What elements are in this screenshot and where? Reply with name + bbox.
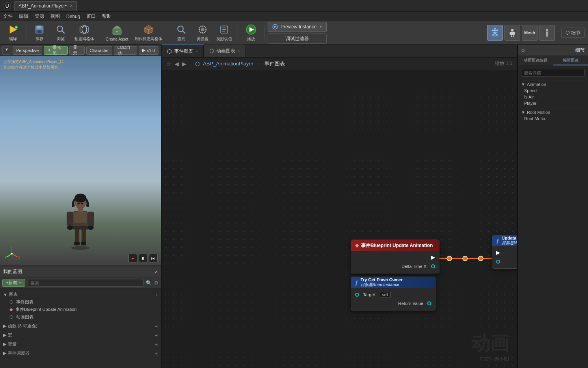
- svg-point-65: [67, 225, 73, 230]
- bp-section-variables-header[interactable]: ▶ 变量 +: [3, 340, 158, 348]
- blueprint-update-icon: ◆: [9, 307, 13, 312]
- preview-mesh-button[interactable]: 预览网格体: [72, 22, 97, 43]
- main-tab[interactable]: ABP_AnimationPlayer• ×: [14, 1, 77, 11]
- make-static-mesh-button[interactable]: 制作静态网格体: [132, 22, 165, 43]
- toolbar-sep-4: [238, 25, 238, 41]
- lighting-icon: ☀: [47, 48, 51, 53]
- tab-event-graph[interactable]: ⬡ 事件图表 ×: [162, 45, 204, 57]
- rp-item-is-air[interactable]: Is Air: [521, 94, 585, 100]
- get-pawn-target-row: Target self: [351, 290, 435, 299]
- bp-section-functions-header[interactable]: ▶ 函数 (3 可重叠) +: [3, 322, 158, 330]
- update-target-in-pin[interactable]: [496, 260, 500, 264]
- menu-file[interactable]: 文件: [3, 13, 13, 20]
- menu-bar: 文件 编辑 资源 视图 Debug 窗口 帮助: [0, 12, 588, 21]
- event-exec-out-pin[interactable]: [431, 256, 435, 260]
- bp-item-anim-graph[interactable]: ⬡ 动画图表: [3, 313, 158, 321]
- mesh-view-button[interactable]: Mesh: [522, 25, 538, 41]
- preview-mesh-icon: [78, 24, 90, 35]
- update-exec-in-pin[interactable]: [496, 251, 500, 255]
- bp-item-event-blueprint-update[interactable]: ◆ 事件Blueprint Update Animation: [3, 306, 158, 313]
- breadcrumb-forward[interactable]: ▶: [182, 61, 186, 67]
- menu-assets[interactable]: 资源: [35, 13, 44, 20]
- event-node-header: ◆ 事件Blueprint Update Animation: [351, 240, 439, 251]
- bp-add-new-button[interactable]: +新增 ▼: [2, 279, 25, 287]
- rp-search-input[interactable]: [521, 69, 585, 77]
- breadcrumb-zoom: 缩放 1:1: [495, 60, 512, 67]
- debug-filter-button[interactable]: 调试过滤器: [268, 33, 327, 44]
- create-asset-button[interactable]: + Create Asset: [103, 22, 131, 43]
- browse-button[interactable]: 浏览: [51, 22, 71, 43]
- skeleton-view-button[interactable]: [487, 25, 503, 41]
- preview-instance-button[interactable]: Preview Instance ▼: [268, 22, 327, 32]
- rp-tab-edit-preview[interactable]: 编辑预览: [553, 56, 588, 65]
- breadcrumb-star[interactable]: ☆: [166, 61, 171, 67]
- update-node-body: Target self: [492, 246, 517, 268]
- lighting-button[interactable]: ☀ 带光照: [44, 46, 68, 55]
- get-pawn-return-pin[interactable]: [427, 301, 431, 305]
- bp-section-graph-header[interactable]: ▼ 图表 +: [3, 291, 158, 298]
- graph-breadcrumb: ☆ ◀ ▶ ⬡ ABP_AnimationPlayer › 事件图表 缩放 1:…: [162, 58, 517, 70]
- event-graph-tab-close[interactable]: ×: [195, 49, 198, 54]
- anim-graph-tab-close[interactable]: ×: [238, 49, 240, 53]
- record-button[interactable]: ●: [128, 254, 137, 262]
- svg-line-21: [182, 31, 185, 33]
- tab-anim-graph[interactable]: ⬡ 动画图表 ×: [204, 45, 246, 57]
- pause-button[interactable]: ⏸: [139, 254, 147, 262]
- get-pawn-target-pin[interactable]: [355, 293, 359, 297]
- display-button[interactable]: 显示: [69, 46, 84, 55]
- save-button[interactable]: 保存: [30, 22, 49, 43]
- class-settings-button[interactable]: 类设置: [193, 22, 212, 43]
- bp-section-graph-add[interactable]: +: [155, 292, 158, 297]
- character-view-button[interactable]: [504, 25, 520, 41]
- find-button[interactable]: 查找: [171, 22, 191, 43]
- forward-button[interactable]: ⏭: [149, 254, 158, 262]
- compile-button[interactable]: ✓ 编译: [3, 22, 23, 43]
- bp-add-dropdown-icon: ▼: [18, 281, 22, 285]
- graph-canvas[interactable]: ◆ 事件Blueprint Update Animation Delta Tim…: [162, 70, 517, 368]
- event-graph-tab-icon: ⬡: [167, 48, 172, 54]
- viewport-toggle-button[interactable]: ▼: [2, 46, 11, 55]
- detail-button[interactable]: ⬡ 细节: [561, 28, 585, 38]
- bp-close-button[interactable]: ×: [155, 269, 158, 275]
- menu-view[interactable]: 视图: [50, 13, 60, 20]
- bp-section-dispatchers: ▶ 事件调度器 +: [3, 349, 158, 357]
- bp-filter-icon[interactable]: ⚙: [154, 280, 158, 286]
- bp-section-variables-add[interactable]: +: [155, 342, 158, 347]
- bp-section-functions-add[interactable]: +: [155, 324, 158, 329]
- tab-close-btn[interactable]: ×: [70, 3, 73, 9]
- play-button[interactable]: 播放: [241, 22, 261, 43]
- menu-edit[interactable]: 编辑: [19, 13, 28, 20]
- menu-window[interactable]: 窗口: [86, 13, 96, 20]
- character-button[interactable]: Character: [86, 46, 112, 55]
- get-pawn-node[interactable]: ƒ Try Get Pawn Owner 目标是Anim Instance Ta…: [351, 277, 435, 310]
- menu-help[interactable]: 帮助: [102, 13, 112, 20]
- svg-point-83: [478, 256, 483, 261]
- bp-section-macros-header[interactable]: ▶ 宏 +: [3, 331, 158, 339]
- rp-item-root-motion[interactable]: Root Motio...: [521, 115, 585, 122]
- anim-view-button[interactable]: [539, 25, 555, 41]
- delta-time-pin[interactable]: [431, 264, 435, 268]
- rp-item-player[interactable]: Player: [521, 100, 585, 106]
- rp-tab-animation-preview[interactable]: 动画预览编辑: [518, 56, 553, 65]
- class-defaults-button[interactable]: 类默认值: [214, 22, 234, 43]
- bp-section-dispatchers-header[interactable]: ▶ 事件调度器 +: [3, 349, 158, 357]
- svg-rect-60: [81, 242, 86, 245]
- lod-button[interactable]: LOD自动: [114, 46, 137, 55]
- scale-button[interactable]: ▶ x1.0: [139, 46, 158, 55]
- svg-point-81: [447, 256, 452, 261]
- rp-root-motion-arrow: ▼: [521, 110, 525, 115]
- bp-item-event-graph[interactable]: ⬡ 事件图表: [3, 298, 158, 306]
- menu-debug[interactable]: Debug: [66, 14, 80, 19]
- breadcrumb-blueprint[interactable]: ABP_AnimationPlayer: [203, 61, 253, 67]
- viewport[interactable]: 正在预览ABP_AnimationPlayer_C, 骨架操作在这个模式中是禁用…: [0, 56, 161, 266]
- bp-section-macros-add[interactable]: +: [155, 333, 158, 338]
- breadcrumb-back[interactable]: ◀: [175, 61, 179, 67]
- rp-item-speed[interactable]: Speed: [521, 87, 585, 94]
- bp-section-macros: ▶ 宏 +: [3, 331, 158, 339]
- get-pawn-subtitle: 目标是Anim Instance: [361, 282, 403, 288]
- update-anim-node[interactable]: ƒ Updata Animation Properties 目标是Main Pl…: [492, 235, 517, 269]
- perspective-button[interactable]: Perspective: [13, 46, 42, 55]
- event-update-node[interactable]: ◆ 事件Blueprint Update Animation Delta Tim…: [351, 240, 439, 273]
- bp-section-dispatchers-add[interactable]: +: [155, 351, 158, 356]
- bp-search-input[interactable]: [28, 279, 143, 287]
